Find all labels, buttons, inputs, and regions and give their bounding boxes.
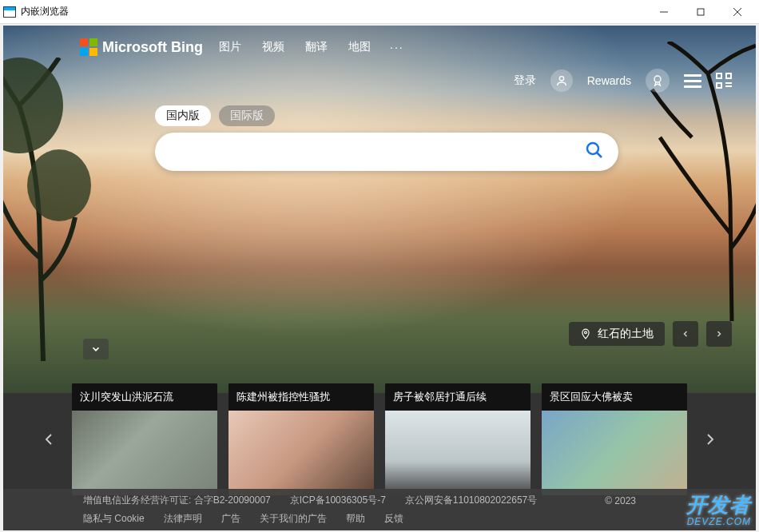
news-card-title: 陈建州被指控性骚扰	[228, 383, 374, 411]
news-card-image	[72, 411, 217, 495]
nav-video[interactable]: 视频	[262, 40, 284, 54]
app-icon	[3, 6, 16, 18]
wallpaper-prev-button[interactable]	[673, 321, 698, 347]
search-input[interactable]	[169, 145, 585, 159]
search-box	[155, 133, 618, 171]
news-card-title: 景区回应大佛被卖	[542, 383, 687, 411]
news-card-image	[385, 411, 531, 495]
wallpaper-location-button[interactable]: 红石的土地	[569, 322, 665, 346]
footer-ads[interactable]: 广告	[221, 512, 240, 526]
svg-rect-1	[697, 9, 704, 15]
news-card-title: 汶川突发山洪泥石流	[72, 383, 217, 411]
close-button[interactable]	[719, 1, 756, 23]
footer-privacy[interactable]: 隐私与 Cookie	[83, 512, 145, 526]
nav-images[interactable]: 图片	[219, 40, 241, 54]
edition-international-tab[interactable]: 国际版	[219, 105, 275, 126]
login-link[interactable]: 登录	[514, 73, 536, 88]
footer-gongan[interactable]: 京公网安备11010802022657号	[405, 494, 537, 507]
qr-code-icon[interactable]	[716, 73, 732, 89]
carousel-prev-button[interactable]	[35, 383, 62, 495]
news-card[interactable]: 汶川突发山洪泥石流	[72, 383, 217, 495]
news-cards: 汶川突发山洪泥石流 陈建州被指控性骚扰 房子被邻居打通后续 景区回应大佛被卖	[72, 383, 687, 495]
nav-links: 图片 视频 翻译 地图	[219, 40, 371, 54]
news-carousel: 汶川突发山洪泥石流 陈建州被指控性骚扰 房子被邻居打通后续 景区回应大佛被卖	[3, 383, 756, 495]
window-title: 内嵌浏览器	[21, 5, 646, 18]
footer-links-row: 隐私与 Cookie 法律声明 广告 关于我们的广告 帮助 反馈	[83, 512, 676, 526]
bing-logo[interactable]: Microsoft Bing	[80, 38, 203, 56]
search-area: 国内版 国际版	[155, 105, 618, 171]
footer-about-ads[interactable]: 关于我们的广告	[260, 512, 327, 526]
wallpaper-info-bar: 红石的土地	[569, 321, 732, 347]
svg-point-10	[585, 332, 587, 334]
footer-feedback[interactable]: 反馈	[384, 512, 403, 526]
edition-domestic-tab[interactable]: 国内版	[155, 105, 211, 126]
news-card[interactable]: 景区回应大佛被卖	[542, 383, 687, 495]
svg-point-8	[587, 143, 598, 154]
nav-more-icon[interactable]: ···	[390, 41, 404, 54]
page-viewport: Microsoft Bing 图片 视频 翻译 地图 ··· 登录 Reward…	[3, 26, 756, 530]
nav-maps[interactable]: 地图	[348, 40, 371, 54]
window-controls	[646, 1, 756, 23]
microsoft-logo-icon	[80, 38, 97, 56]
footer-help[interactable]: 帮助	[346, 512, 365, 526]
svg-point-6	[559, 77, 563, 81]
search-icon[interactable]	[585, 141, 604, 163]
news-card-image	[542, 411, 687, 495]
footer-icp[interactable]: 京ICP备10036305号-7	[290, 494, 386, 507]
rewards-medal-icon[interactable]	[646, 69, 670, 93]
svg-point-7	[654, 76, 661, 82]
expand-chevron-button[interactable]	[83, 339, 109, 359]
carousel-next-button[interactable]	[697, 383, 724, 495]
window-titlebar: 内嵌浏览器	[0, 0, 759, 24]
svg-point-4	[3, 58, 63, 153]
user-avatar-icon[interactable]	[550, 69, 573, 92]
footer-legal-row: 增值电信业务经营许可证: 合字B2-20090007 京ICP备10036305…	[83, 494, 676, 507]
hero-background: Microsoft Bing 图片 视频 翻译 地图 ··· 登录 Reward…	[3, 26, 756, 393]
maximize-button[interactable]	[682, 1, 719, 23]
edition-tabs: 国内版 国际版	[155, 105, 618, 126]
news-card-title: 房子被邻居打通后续	[385, 383, 531, 411]
news-card[interactable]: 房子被邻居打通后续	[385, 383, 531, 495]
svg-point-5	[27, 149, 91, 221]
nav-translate[interactable]: 翻译	[305, 40, 328, 54]
top-right-controls: 登录 Rewards	[514, 69, 732, 93]
decorative-tree-left	[3, 58, 99, 361]
footer-license[interactable]: 增值电信业务经营许可证: 合字B2-20090007	[83, 494, 271, 507]
news-card-image	[228, 411, 374, 495]
footer-copyright: © 2023	[605, 495, 636, 506]
footer-legal[interactable]: 法律声明	[164, 512, 202, 526]
page-footer: 增值电信业务经营许可证: 合字B2-20090007 京ICP备10036305…	[3, 489, 756, 530]
news-card[interactable]: 陈建州被指控性骚扰	[228, 383, 374, 495]
brand-text: Microsoft Bing	[102, 39, 203, 56]
minimize-button[interactable]	[646, 1, 682, 23]
wallpaper-next-button[interactable]	[706, 321, 732, 347]
wallpaper-location-label: 红石的土地	[598, 327, 654, 341]
svg-line-9	[597, 153, 602, 157]
rewards-link[interactable]: Rewards	[587, 74, 631, 87]
hamburger-menu-icon[interactable]	[684, 74, 701, 88]
top-nav: Microsoft Bing 图片 视频 翻译 地图 ···	[3, 38, 756, 56]
